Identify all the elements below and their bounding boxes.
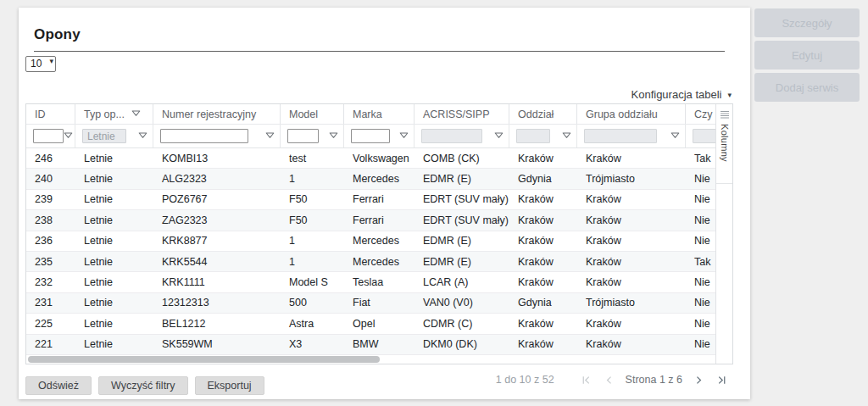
cell-acriss: LCAR (A) bbox=[415, 272, 509, 292]
filter-input-model[interactable] bbox=[287, 129, 319, 143]
filter-cell-model bbox=[281, 125, 344, 147]
cell-model: 1 bbox=[281, 169, 344, 188]
cell-numer: POZ6767 bbox=[153, 190, 281, 209]
app-screen: Opony 10 Konfiguracja tabeli ▾ IDTyp op.… bbox=[0, 0, 868, 406]
cell-czy: Nie bbox=[686, 231, 715, 251]
data-grid: IDTyp op...Numer rejestracyjnyModelMarka… bbox=[25, 103, 733, 364]
filter-input-marka[interactable] bbox=[351, 129, 390, 143]
columns-panel-tab[interactable]: Kolumny bbox=[716, 104, 732, 184]
cell-oddzial: Kraków bbox=[509, 335, 577, 354]
cell-oddzial: Kraków bbox=[509, 190, 577, 209]
cell-czy: Tak bbox=[686, 148, 715, 168]
horizontal-scrollbar[interactable] bbox=[26, 355, 715, 364]
columns-strip: Kolumny bbox=[715, 104, 732, 364]
cell-numer: KRK5544 bbox=[153, 252, 281, 271]
table-row[interactable]: 246LetnieKOMBI13testVolkswagenCOMB (CK)K… bbox=[26, 148, 715, 169]
pagination-page-label: Strona 1 z 6 bbox=[626, 374, 682, 386]
table-row[interactable]: 236LetnieKRK88771MercedesEDMR (E)KrakówK… bbox=[26, 231, 715, 252]
filter-input-typ[interactable] bbox=[82, 129, 126, 143]
cell-numer: KRK8877 bbox=[153, 231, 281, 251]
column-header-typ[interactable]: Typ op... bbox=[75, 104, 153, 124]
page-size-select[interactable]: 10 bbox=[25, 56, 56, 72]
details-button[interactable]: Szczegóły bbox=[754, 8, 860, 37]
filter-funnel-icon[interactable] bbox=[670, 131, 680, 141]
filter-cell-oddzial bbox=[509, 125, 577, 147]
cell-id: 236 bbox=[26, 231, 75, 251]
cell-id: 238 bbox=[26, 210, 75, 230]
filter-funnel-icon[interactable] bbox=[265, 131, 275, 141]
filter-funnel-icon[interactable] bbox=[562, 131, 571, 141]
table-row[interactable]: 231Letnie12312313500FiatVAN0 (V0)GdyniaT… bbox=[26, 293, 715, 314]
side-actions: Szczegóły Edytuj Dodaj serwis bbox=[754, 8, 868, 105]
cell-id: 225 bbox=[26, 314, 75, 333]
cell-model: 500 bbox=[281, 293, 344, 313]
column-label-grupa: Grupa oddziału bbox=[586, 108, 658, 120]
table-config-label: Konfiguracja tabeli bbox=[632, 88, 722, 101]
table-row[interactable]: 225LetnieBEL1212AstraOpelCDMR (C)KrakówK… bbox=[26, 314, 715, 334]
clear-filters-button[interactable]: Wyczyść filtry bbox=[98, 376, 188, 395]
filter-input-id[interactable] bbox=[33, 129, 64, 143]
column-header-numer[interactable]: Numer rejestracyjny bbox=[153, 104, 281, 124]
first-page-button[interactable] bbox=[575, 375, 598, 386]
cell-acriss: EDRT (SUV mały) bbox=[415, 190, 509, 209]
cell-acriss: CDMR (C) bbox=[415, 314, 509, 333]
column-header-oddzial[interactable]: Oddział bbox=[509, 104, 577, 124]
cell-numer: SK559WM bbox=[153, 335, 281, 354]
cell-marka: Mercedes bbox=[344, 169, 415, 188]
cell-oddzial: Kraków bbox=[509, 272, 577, 292]
column-header-id[interactable]: ID bbox=[26, 104, 75, 124]
column-header-marka[interactable]: Marka bbox=[344, 104, 415, 124]
add-service-button[interactable]: Dodaj serwis bbox=[754, 73, 860, 102]
filter-funnel-icon[interactable] bbox=[138, 131, 147, 141]
column-header-model[interactable]: Model bbox=[281, 104, 344, 124]
pagination-range: 1 do 10 z 52 bbox=[496, 374, 554, 386]
cell-id: 232 bbox=[26, 272, 75, 292]
table-row[interactable]: 238LetnieZAG2323F50FerrariEDRT (SUV mały… bbox=[26, 210, 715, 231]
refresh-button[interactable]: Odśwież bbox=[25, 376, 92, 395]
cell-czy: Nie bbox=[686, 169, 715, 188]
column-label-oddzial: Oddział bbox=[518, 108, 554, 120]
filter-input-grupa bbox=[584, 129, 657, 143]
columns-tab-label: Kolumny bbox=[720, 124, 730, 162]
edit-button[interactable]: Edytuj bbox=[754, 41, 860, 70]
cell-acriss: VAN0 (V0) bbox=[415, 293, 509, 313]
filter-funnel-icon[interactable] bbox=[131, 109, 141, 119]
filter-funnel-icon[interactable] bbox=[64, 131, 73, 141]
cell-grupa: Kraków bbox=[577, 252, 686, 271]
prev-page-button[interactable] bbox=[598, 375, 620, 386]
table-config-menu[interactable]: Konfiguracja tabeli ▾ bbox=[632, 88, 732, 101]
table-row[interactable]: 235LetnieKRK55441MercedesEDMR (E)KrakówK… bbox=[26, 252, 715, 272]
filter-input-numer[interactable] bbox=[160, 129, 248, 143]
cell-model: Astra bbox=[281, 314, 344, 333]
table-row[interactable]: 240LetnieALG23231MercedesEDMR (E)GdyniaT… bbox=[26, 169, 715, 189]
cell-numer: KRK1111 bbox=[153, 272, 281, 292]
export-button[interactable]: Eksportuj bbox=[195, 376, 264, 395]
cell-acriss: EDMR (E) bbox=[415, 169, 509, 188]
horizontal-scrollbar-thumb[interactable] bbox=[28, 356, 380, 363]
column-header-czy[interactable]: Czy bbox=[686, 104, 715, 124]
table-row[interactable]: 232LetnieKRK1111Model STeslaaLCAR (A)Kra… bbox=[26, 272, 715, 292]
cell-marka: Teslaa bbox=[344, 272, 415, 292]
cell-marka: Volkswagen bbox=[344, 148, 415, 168]
cell-model: 1 bbox=[281, 252, 344, 271]
column-label-marka: Marka bbox=[353, 108, 382, 120]
filter-funnel-icon[interactable] bbox=[494, 131, 504, 141]
next-page-button[interactable] bbox=[687, 375, 710, 386]
cell-marka: Ferrari bbox=[344, 190, 415, 209]
cell-model: X3 bbox=[281, 335, 344, 354]
filter-input-czy bbox=[693, 129, 715, 143]
cell-czy: Nie bbox=[686, 293, 715, 313]
filter-funnel-icon[interactable] bbox=[329, 131, 338, 141]
cell-grupa: Kraków bbox=[577, 314, 686, 333]
filter-funnel-icon[interactable] bbox=[399, 131, 409, 141]
cell-model: Model S bbox=[281, 272, 344, 292]
column-header-grupa[interactable]: Grupa oddziału bbox=[577, 104, 686, 124]
column-header-acriss[interactable]: ACRISS/SIPP bbox=[415, 104, 509, 124]
table-row[interactable]: 221LetnieSK559WMX3BMWDKM0 (DK)KrakówKrak… bbox=[26, 335, 715, 355]
cell-oddzial: Gdynia bbox=[509, 293, 577, 313]
last-page-button[interactable] bbox=[710, 375, 733, 386]
grid-header-row: IDTyp op...Numer rejestracyjnyModelMarka… bbox=[26, 104, 715, 125]
cell-model: F50 bbox=[281, 190, 344, 209]
table-row[interactable]: 239LetniePOZ6767F50FerrariEDRT (SUV mały… bbox=[26, 190, 715, 210]
cell-oddzial: Kraków bbox=[509, 210, 577, 230]
